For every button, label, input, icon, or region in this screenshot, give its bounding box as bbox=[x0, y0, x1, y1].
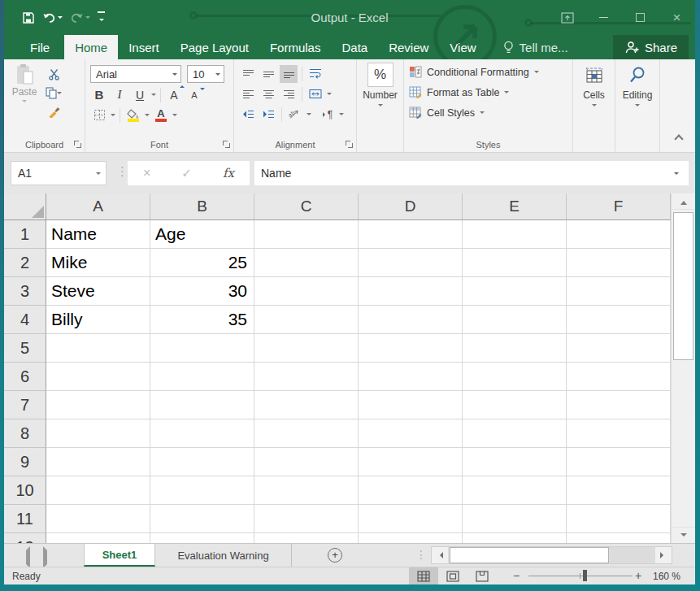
format-painter-button[interactable] bbox=[45, 102, 63, 120]
zoom-in-button[interactable]: + bbox=[635, 569, 641, 582]
share-button[interactable]: Share bbox=[613, 35, 689, 59]
cancel-button[interactable]: × bbox=[143, 166, 150, 180]
cell-A9[interactable] bbox=[46, 448, 150, 476]
fill-color-button[interactable] bbox=[124, 106, 142, 124]
column-header-E[interactable]: E bbox=[463, 193, 567, 220]
tab-insert[interactable]: Insert bbox=[118, 35, 170, 59]
row-header-4[interactable]: 4 bbox=[4, 306, 46, 334]
tab-page-layout[interactable]: Page Layout bbox=[170, 35, 259, 59]
row-header-10[interactable]: 10 bbox=[4, 476, 46, 505]
cell-D4[interactable] bbox=[359, 306, 463, 334]
orientation-button[interactable]: ab bbox=[286, 106, 304, 124]
cell-A5[interactable] bbox=[46, 334, 150, 363]
cell-D6[interactable] bbox=[359, 363, 463, 391]
column-header-F[interactable]: F bbox=[567, 193, 671, 220]
tab-data[interactable]: Data bbox=[331, 35, 378, 59]
collapse-ribbon-icon[interactable] bbox=[674, 134, 683, 143]
cell-C5[interactable] bbox=[254, 334, 359, 363]
cell-B8[interactable] bbox=[150, 419, 254, 448]
increase-font-size-button[interactable]: A bbox=[165, 86, 183, 104]
cell-D10[interactable] bbox=[359, 476, 463, 505]
bottom-align-button[interactable] bbox=[280, 65, 298, 83]
cell-F7[interactable] bbox=[567, 391, 671, 419]
alignment-dialog-launcher[interactable] bbox=[346, 141, 353, 148]
cell-A3[interactable]: Steve bbox=[46, 277, 150, 306]
save-button[interactable] bbox=[22, 11, 35, 24]
cell-F12[interactable] bbox=[567, 533, 671, 543]
horizontal-scroll-thumb[interactable] bbox=[450, 547, 609, 563]
borders-dropdown-icon[interactable] bbox=[111, 114, 115, 119]
previous-sheet-button[interactable] bbox=[22, 550, 30, 565]
close-button[interactable]: × bbox=[659, 0, 695, 35]
scroll-right-button[interactable] bbox=[655, 547, 672, 563]
format-as-table-button[interactable]: Format as Table bbox=[409, 82, 569, 102]
underline-button[interactable]: U bbox=[131, 86, 149, 104]
cell-B4[interactable]: 35 bbox=[150, 306, 254, 334]
redo-dropdown-icon[interactable] bbox=[85, 16, 90, 21]
cell-B9[interactable] bbox=[150, 448, 254, 476]
cell-D1[interactable] bbox=[359, 220, 463, 249]
cell-B11[interactable] bbox=[150, 505, 254, 533]
cell-D3[interactable] bbox=[359, 277, 463, 306]
insert-function-button[interactable]: fx bbox=[223, 166, 234, 180]
scroll-down-button[interactable] bbox=[672, 527, 695, 543]
font-dialog-launcher[interactable] bbox=[223, 141, 230, 148]
cell-C4[interactable] bbox=[254, 306, 359, 334]
merge-center-button[interactable] bbox=[307, 85, 324, 103]
font-color-dropdown-icon[interactable] bbox=[172, 114, 177, 119]
top-align-button[interactable] bbox=[239, 65, 257, 83]
cell-C9[interactable] bbox=[254, 448, 359, 476]
vertical-scroll-thumb[interactable] bbox=[673, 212, 693, 360]
cell-B6[interactable] bbox=[150, 363, 254, 391]
new-sheet-button[interactable]: + bbox=[328, 548, 342, 563]
zoom-level[interactable]: 160 % bbox=[653, 571, 680, 582]
cell-C6[interactable] bbox=[254, 363, 359, 391]
page-layout-view-button[interactable] bbox=[438, 567, 467, 584]
row-header-9[interactable]: 9 bbox=[4, 448, 46, 476]
cell-B12[interactable] bbox=[150, 533, 254, 543]
row-header-11[interactable]: 11 bbox=[4, 505, 46, 533]
cell-E3[interactable] bbox=[463, 277, 567, 306]
cell-F9[interactable] bbox=[567, 448, 671, 476]
name-box-dropdown-icon[interactable] bbox=[96, 172, 101, 177]
conditional-formatting-button[interactable]: Conditional Formatting bbox=[409, 62, 569, 82]
cell-C10[interactable] bbox=[254, 476, 359, 505]
zoom-slider-track[interactable] bbox=[528, 576, 633, 576]
cell-F10[interactable] bbox=[567, 476, 671, 505]
cell-A11[interactable] bbox=[46, 505, 150, 533]
cell-A10[interactable] bbox=[46, 476, 150, 505]
cell-D12[interactable] bbox=[359, 533, 463, 543]
cell-F11[interactable] bbox=[567, 505, 671, 533]
align-center-button[interactable] bbox=[259, 85, 277, 103]
cell-F1[interactable] bbox=[567, 220, 671, 249]
row-header-1[interactable]: 1 bbox=[4, 220, 46, 249]
formula-bar-input[interactable]: Name bbox=[254, 161, 689, 185]
cell-E5[interactable] bbox=[463, 334, 567, 363]
cell-A1[interactable]: Name bbox=[46, 220, 150, 249]
page-break-preview-button[interactable] bbox=[467, 567, 497, 584]
tab-scrollbar-splitter[interactable]: ⋮ bbox=[415, 548, 427, 561]
column-header-D[interactable]: D bbox=[359, 193, 463, 220]
horizontal-scrollbar[interactable] bbox=[431, 546, 672, 564]
cell-B1[interactable]: Age bbox=[150, 220, 254, 249]
cell-E11[interactable] bbox=[463, 505, 567, 533]
scroll-left-button[interactable] bbox=[432, 547, 448, 563]
row-header-5[interactable]: 5 bbox=[4, 334, 46, 363]
italic-button[interactable]: I bbox=[111, 86, 128, 104]
tab-home[interactable]: Home bbox=[64, 35, 118, 59]
orientation-dropdown-icon[interactable] bbox=[307, 113, 311, 118]
copy-dropdown-icon[interactable] bbox=[57, 92, 62, 97]
cell-A4[interactable]: Billy bbox=[46, 306, 150, 334]
cell-A6[interactable] bbox=[46, 363, 150, 391]
row-header-2[interactable]: 2 bbox=[4, 249, 46, 277]
cell-C7[interactable] bbox=[254, 391, 359, 419]
row-header-3[interactable]: 3 bbox=[4, 277, 46, 306]
redo-button[interactable] bbox=[70, 12, 90, 24]
cell-C2[interactable] bbox=[254, 249, 359, 277]
editing-button[interactable]: Editing bbox=[615, 59, 659, 109]
cell-F4[interactable] bbox=[567, 306, 671, 334]
cell-E8[interactable] bbox=[463, 419, 567, 448]
cell-C1[interactable] bbox=[254, 220, 359, 249]
sheet-tab-sheet1[interactable]: Sheet1 bbox=[84, 544, 155, 567]
next-sheet-button[interactable] bbox=[43, 550, 51, 565]
